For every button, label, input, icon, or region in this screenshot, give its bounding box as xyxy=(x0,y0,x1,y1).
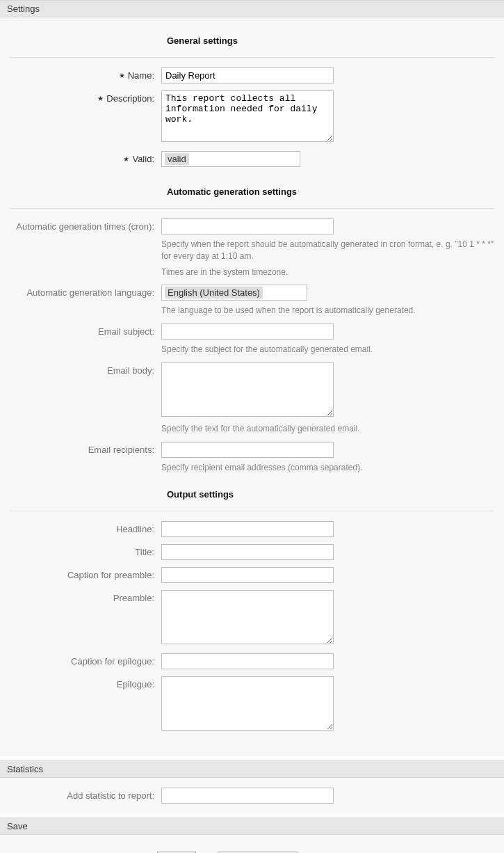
required-star-icon: ★ xyxy=(119,72,125,79)
statistics-body: Add statistic to report: xyxy=(0,778,504,813)
settings-body: General settings ★Name: ★Description: ★V… xyxy=(0,17,504,756)
email-body-hint: Specify the text for the automatically g… xyxy=(161,423,495,435)
row-headline: Headline: xyxy=(7,521,497,537)
add-statistic-input[interactable] xyxy=(161,788,334,804)
valid-selected-option: valid xyxy=(165,153,189,165)
email-subject-hint: Specify the subject for the automaticall… xyxy=(161,344,495,356)
headline-input[interactable] xyxy=(161,521,334,537)
caption-preamble-input[interactable] xyxy=(161,567,334,583)
label-headline: Headline: xyxy=(7,521,161,534)
email-body-textarea[interactable] xyxy=(161,362,334,417)
section-title: Save xyxy=(7,821,28,831)
label-email-body: Email body: xyxy=(7,362,161,376)
row-add-statistic: Add statistic to report: xyxy=(7,788,497,804)
email-recipients-input[interactable] xyxy=(161,442,334,458)
label-preamble: Preamble: xyxy=(7,590,161,603)
group-heading-automatic: Automatic generation settings xyxy=(167,182,494,204)
label-cap-epilogue: Caption for epilogue: xyxy=(7,653,161,667)
divider xyxy=(10,208,494,209)
section-header-save: Save xyxy=(0,818,504,835)
divider xyxy=(10,57,494,58)
label-add-statistic: Add statistic to report: xyxy=(7,788,161,801)
section-header-settings: Settings xyxy=(0,0,504,17)
label-title: Title: xyxy=(7,544,161,557)
row-email-subject: Email subject: Specify the subject for t… xyxy=(7,324,497,356)
row-description: ★Description: xyxy=(7,90,497,144)
row-email-recipients: Email recipients: Specify recipient emai… xyxy=(7,442,497,474)
group-heading-general: General settings xyxy=(167,31,494,53)
preamble-textarea[interactable] xyxy=(161,590,334,644)
row-cron: Automatic generation times (cron): Speci… xyxy=(7,218,497,278)
label-email-recipients: Email recipients: xyxy=(7,442,161,455)
cron-hint-1: Specify when the report should be automa… xyxy=(161,239,495,262)
title-input[interactable] xyxy=(161,544,334,560)
email-subject-input[interactable] xyxy=(161,324,334,340)
section-title: Settings xyxy=(7,3,40,14)
label-name: ★Name: xyxy=(7,67,161,81)
name-input[interactable] xyxy=(161,67,334,83)
row-cap-epilogue: Caption for epilogue: xyxy=(7,653,497,669)
row-epilogue: Epilogue: xyxy=(7,676,497,733)
epilogue-textarea[interactable] xyxy=(161,676,334,731)
valid-select[interactable]: valid xyxy=(161,151,300,167)
language-select[interactable]: English (United States) xyxy=(161,285,307,301)
label-epilogue: Epilogue: xyxy=(7,676,161,689)
row-preamble: Preamble: xyxy=(7,590,497,646)
caption-epilogue-input[interactable] xyxy=(161,653,334,669)
section-title: Statistics xyxy=(7,764,43,774)
row-valid: ★Valid: valid xyxy=(7,151,497,167)
section-header-statistics: Statistics xyxy=(0,760,504,778)
row-name: ★Name: xyxy=(7,67,497,83)
row-cap-preamble: Caption for preamble: xyxy=(7,567,497,583)
row-email-body: Email body: Specify the text for the aut… xyxy=(7,362,497,435)
label-cap-preamble: Caption for preamble: xyxy=(7,567,161,580)
save-bar: Save or Save and finish or Cancel xyxy=(0,835,504,853)
required-star-icon: ★ xyxy=(97,95,104,102)
cron-input[interactable] xyxy=(161,218,334,234)
row-title: Title: xyxy=(7,544,497,560)
divider xyxy=(10,511,494,511)
label-cron: Automatic generation times (cron): xyxy=(7,218,161,232)
language-selected-option: English (United States) xyxy=(165,287,263,298)
description-textarea[interactable] xyxy=(161,90,334,142)
email-recipients-hint: Specify recipient email addresses (comma… xyxy=(161,462,495,474)
label-email-subject: Email subject: xyxy=(7,324,161,337)
row-lang: Automatic generation language: English (… xyxy=(7,285,497,317)
label-valid: ★Valid: xyxy=(7,151,161,164)
label-description: ★Description: xyxy=(7,90,161,104)
lang-hint: The language to be used when the report … xyxy=(161,305,495,317)
label-lang: Automatic generation language: xyxy=(7,285,161,298)
required-star-icon: ★ xyxy=(123,155,129,163)
cron-hint-2: Times are in the system timezone. xyxy=(161,266,495,278)
group-heading-output: Output settings xyxy=(167,485,494,507)
